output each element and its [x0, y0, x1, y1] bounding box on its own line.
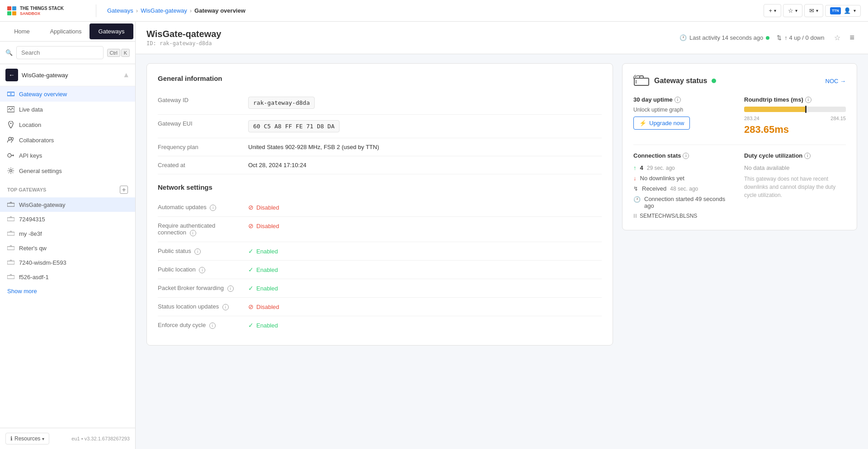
disabled-icon2: ⊘ — [248, 222, 254, 229]
gateway-item-f526asdf[interactable]: f526-asdf-1 — [0, 270, 135, 284]
auth-conn-info-icon[interactable]: i — [190, 230, 196, 236]
received-time: 48 sec. ago — [670, 186, 698, 192]
search-input[interactable] — [16, 46, 104, 59]
resources-button[interactable]: ℹ Resources ▾ — [5, 433, 49, 444]
nav-item-general-settings[interactable]: General settings — [0, 163, 135, 178]
gateway-item-retersqw[interactable]: Reter's qw — [0, 241, 135, 255]
search-icon: 🔍 — [5, 49, 13, 56]
last-activity-text: Last activity 14 seconds ago — [689, 34, 763, 41]
gateway-item-7240wisdm[interactable]: 7240-wisdm-E593 — [0, 255, 135, 270]
svg-rect-11 — [7, 218, 14, 221]
enabled-text: Enabled — [256, 248, 278, 255]
live-data-icon — [7, 106, 14, 113]
roundtrip-bar — [744, 107, 846, 112]
duty-cycle-info-icon[interactable]: i — [209, 323, 216, 329]
gateway-f526asdf-name: f526-asdf-1 — [19, 274, 49, 281]
gateway-item-72494315[interactable]: 72494315 — [0, 212, 135, 226]
status-title-text: Gateway status — [654, 77, 707, 85]
disabled-icon: ⊘ — [248, 204, 254, 211]
enabled-icon4: ✓ — [248, 322, 254, 329]
tab-home[interactable]: Home — [0, 22, 44, 41]
general-info-title: General information — [158, 75, 602, 82]
info-row-auth-conn: Require authenticated connection i ⊘ Dis… — [158, 217, 602, 242]
gateway-item-wisgate[interactable]: WisGate-gateway — [0, 197, 135, 212]
uplinks-time: 29 sec. ago — [647, 165, 675, 171]
duty-cycle-info-icon[interactable]: i — [804, 153, 811, 159]
favorites-button[interactable]: ☆ ▾ — [783, 4, 802, 17]
noc-link[interactable]: NOC → — [826, 78, 846, 84]
uptime-column: 30 day uptime i Unlock uptime graph ⚡ Up… — [633, 96, 735, 136]
public-location-info-icon[interactable]: i — [199, 267, 205, 273]
roundtrip-max: 284.15 — [830, 116, 846, 121]
nav-item-gateway-overview[interactable]: Gateway overview — [0, 86, 135, 102]
nav-item-live-data[interactable]: Live data — [0, 102, 135, 117]
content-header: WisGate-qateway ID: rak-gateway-d8da 🕐 L… — [136, 22, 868, 54]
nav-item-location[interactable]: Location — [0, 117, 135, 132]
divider — [633, 145, 846, 145]
uptime-info-icon[interactable]: i — [675, 97, 681, 103]
info-row-auto-updates: Automatic updates i ⊘ Disabled — [158, 198, 602, 217]
logo-blocks — [7, 6, 16, 15]
breadcrumb-gateways[interactable]: Gateways — [107, 7, 133, 14]
info-row-frequency: Frequency plan United States 902-928 MHz… — [158, 138, 602, 156]
header-star-button[interactable]: ☆ — [831, 31, 843, 45]
updown-arrows-icon: ⇅ — [777, 34, 782, 41]
svg-point-9 — [10, 170, 12, 172]
activity-dot — [766, 36, 769, 40]
sidebar-tabs: Home Applications Gateways — [0, 22, 135, 42]
auth-conn-label-text: Require authenticated connection — [158, 222, 215, 236]
nav-item-api-keys[interactable]: API keys — [0, 148, 135, 163]
info-row-created: Created at Oct 28, 2024 17:10:24 — [158, 156, 602, 174]
kbd-k: K — [121, 49, 130, 57]
show-more-button[interactable]: Show more — [0, 284, 135, 298]
duty-cycle-label-text: Duty cycle utilization — [744, 152, 802, 159]
info-value-status-location: ⊘ Disabled — [248, 303, 279, 310]
upgrade-button[interactable]: ⚡ Upgrade now — [633, 117, 690, 130]
ttn-logo: TTN — [830, 7, 841, 14]
nav-item-collaborators[interactable]: Collaborators — [0, 132, 135, 148]
location-icon — [7, 121, 14, 128]
gateway-item-my8e3f[interactable]: my -8e3f — [0, 226, 135, 241]
status-location-info-icon[interactable]: i — [222, 304, 229, 310]
updown-text: ↑ 4 up / 0 down — [784, 34, 824, 41]
header-menu-button[interactable]: ≡ — [847, 30, 857, 45]
resources-chevron: ▾ — [42, 436, 44, 441]
tab-gateways[interactable]: Gateways — [90, 23, 133, 39]
public-status-info-icon[interactable]: i — [194, 248, 201, 255]
header-actions: ☆ ≡ — [831, 30, 857, 45]
nav-label-location: Location — [19, 122, 41, 128]
info-value-public-location: ✓ Enabled — [248, 266, 278, 273]
enabled-text3: Enabled — [256, 285, 278, 292]
roundtrip-info-icon[interactable]: i — [805, 97, 811, 103]
back-button[interactable]: ← — [5, 69, 18, 81]
inbox-button[interactable]: ✉ ▾ — [804, 4, 823, 17]
uplinks-count: 4 — [640, 164, 643, 171]
search-box: 🔍 Ctrl K — [0, 42, 135, 64]
activity-clock-icon: 🕐 — [679, 34, 687, 41]
add-gateway-button[interactable]: + — [120, 186, 128, 194]
roundtrip-label: Roundtrip times (ms) i — [744, 96, 846, 103]
info-row-duty-cycle: Enforce duty cycle i ✓ Enabled — [158, 316, 602, 334]
breadcrumb-wisgate[interactable]: WisGate-gateway — [141, 7, 187, 14]
add-button[interactable]: + ▾ — [764, 4, 781, 17]
enabled-text4: Enabled — [256, 322, 278, 329]
no-data-desc: This gateway does not have recent downli… — [744, 175, 846, 199]
ttn-text: TTN — [832, 9, 839, 13]
gateway-f526asdf-icon — [7, 273, 14, 281]
downlinks-text: No downlinks yet — [640, 175, 684, 182]
info-label-public-status: Public status i — [158, 248, 239, 255]
star-icon: ☆ — [788, 7, 793, 14]
info-label-eui: Gateway EUI — [158, 120, 239, 127]
svg-rect-1 — [10, 93, 12, 95]
info-label-auth-conn: Require authenticated connection i — [158, 222, 239, 236]
gateway-status-card: Gateway status NOC → 30 day uptime i — [622, 63, 857, 230]
collapse-icon[interactable]: ▲ — [123, 71, 130, 79]
conn-stats-column: Connection stats i ↑ 4 29 sec. ago ↓ No … — [633, 152, 735, 219]
enabled-icon3: ✓ — [248, 285, 254, 292]
content-body: General information Gateway ID rak-gatew… — [136, 54, 868, 355]
tab-applications[interactable]: Applications — [44, 22, 88, 41]
conn-stats-info-icon[interactable]: i — [683, 153, 689, 159]
roundtrip-label-text: Roundtrip times (ms) — [744, 96, 803, 103]
packet-broker-info-icon[interactable]: i — [227, 285, 234, 292]
auto-updates-info-icon[interactable]: i — [210, 205, 216, 211]
